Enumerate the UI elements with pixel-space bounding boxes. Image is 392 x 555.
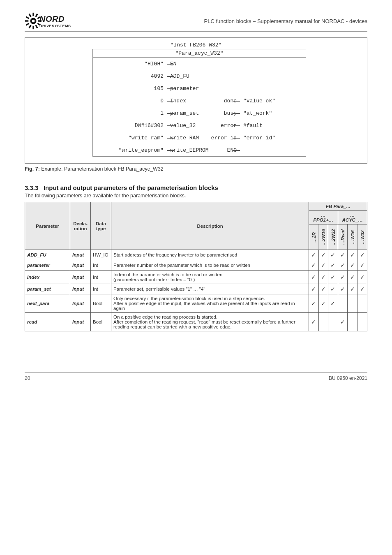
table-cell: ✓ — [328, 284, 338, 294]
table-cell: Input — [70, 313, 91, 331]
fb-instance-name: "Inst_FB206_W32" — [33, 42, 359, 48]
th-sub-2r: …2R — [309, 224, 318, 250]
table-cell: HW_IO — [91, 250, 111, 260]
figure-caption: Fig. 7: Example: Parameterisation block … — [25, 166, 367, 172]
svg-rect-5 — [37, 23, 41, 25]
svg-rect-8 — [28, 25, 31, 28]
table-cell — [357, 294, 367, 313]
th-group-top: FB Para_... — [309, 202, 367, 211]
svg-rect-7 — [32, 26, 34, 29]
fb-out-val: "at_work" — [243, 110, 272, 116]
brand-sub: DRIVESYSTEMS — [39, 24, 71, 28]
table-cell: ✓ — [328, 250, 338, 260]
table-row: parameterInputIntParameter number of the… — [25, 260, 367, 271]
fb-in-val: 4092 — [151, 73, 164, 79]
table-cell: Input — [70, 260, 91, 271]
svg-rect-2 — [35, 14, 38, 17]
table-cell: ✓ — [348, 284, 357, 294]
table-cell: On a positive edge the reading process i… — [111, 313, 309, 331]
table-cell: parameter — [25, 260, 70, 271]
table-cell: ✓ — [338, 271, 348, 284]
table-cell: ADD_FU — [25, 250, 70, 260]
svg-rect-12 — [28, 14, 31, 17]
table-cell: ✓ — [357, 271, 367, 284]
table-cell: Parameter number of the parameter which … — [111, 260, 309, 271]
footer-doc-id: BU 0950 en-2021 — [329, 375, 367, 381]
table-cell: ✓ — [357, 250, 367, 260]
table-cell: param_set — [25, 284, 70, 294]
th-group-acyc: …ACYC_… — [338, 211, 367, 224]
table-cell: Parameter set, permissible values "1" … … — [111, 284, 309, 294]
table-row: ADD_FUInputHW_IOStart address of the fre… — [25, 250, 367, 260]
svg-rect-10 — [25, 20, 28, 21]
fb-in-val: "HIGH" — [144, 61, 164, 67]
fb-out-val: "value_ok" — [243, 98, 275, 104]
table-cell: Bool — [91, 313, 111, 331]
fb-out-val: #fault — [243, 123, 263, 129]
th-sub-read: …Read — [338, 224, 348, 250]
table-cell: Input — [70, 271, 91, 284]
table-cell: ✓ — [318, 260, 328, 271]
th-sub-w32: …W32 — [357, 224, 367, 250]
table-cell: ✓ — [318, 284, 328, 294]
table-cell: Start address of the frequency inverter … — [111, 250, 309, 260]
table-cell: Int — [91, 271, 111, 284]
fb-type-name: "Para_acyc_W32" — [93, 49, 306, 58]
table-cell: Int — [91, 260, 111, 271]
svg-point-13 — [32, 20, 35, 23]
table-cell: read — [25, 313, 70, 331]
fb-in-val: 105 — [154, 86, 164, 92]
section-description: The following parameters are available f… — [25, 193, 367, 199]
table-cell — [328, 313, 338, 331]
table-cell: next_para — [25, 294, 70, 313]
th-declaration: Decla- ration — [70, 202, 91, 250]
th-sub-2w32: …2W32 — [328, 224, 338, 250]
th-parameter: Parameter — [25, 202, 70, 250]
table-cell: Input — [70, 284, 91, 294]
th-description: Description — [111, 202, 309, 250]
figure-label: Fig. 7: — [25, 166, 40, 172]
table-cell: ✓ — [328, 260, 338, 271]
fb-in-val: DW#16#302 — [135, 123, 164, 129]
table-cell: Input — [70, 294, 91, 313]
header-doc-title: PLC function blocks – Supplementary manu… — [204, 18, 367, 24]
svg-rect-9 — [26, 23, 30, 25]
fb-in-val: 0 — [160, 98, 164, 104]
table-cell: ✓ — [318, 294, 328, 313]
table-cell — [318, 313, 328, 331]
table-row: IndexInputIntIndex of the parameter whic… — [25, 271, 367, 284]
table-cell: ✓ — [309, 313, 318, 331]
svg-rect-11 — [26, 16, 30, 19]
brand-logo: NORD DRIVESYSTEMS — [25, 12, 71, 30]
svg-rect-1 — [32, 13, 34, 16]
table-cell: Int — [91, 284, 111, 294]
section-title: Input and output parameters of the param… — [44, 184, 218, 191]
th-datatype: Data type — [91, 202, 111, 250]
th-sub-2w16: …2W16 — [318, 224, 328, 250]
table-cell: Index — [25, 271, 70, 284]
th-sub-w16: …W16 — [348, 224, 357, 250]
page-footer: 20 BU 0950 en-2021 — [25, 372, 367, 381]
table-cell — [357, 313, 367, 331]
svg-rect-4 — [38, 20, 42, 21]
table-cell: ✓ — [348, 260, 357, 271]
table-cell: Input — [70, 250, 91, 260]
fb-in-val: "write_eeprom" — [119, 147, 164, 153]
fb-in-val: 1 — [160, 110, 164, 116]
table-cell — [338, 294, 348, 313]
fb-in-val: "write_ram" — [128, 135, 164, 141]
table-cell: ✓ — [309, 294, 318, 313]
table-cell: ✓ — [348, 250, 357, 260]
svg-rect-3 — [37, 16, 41, 19]
table-cell: ✓ — [357, 284, 367, 294]
table-cell: ✓ — [338, 250, 348, 260]
table-cell: Index of the parameter which is to be re… — [111, 271, 309, 284]
table-cell: ✓ — [318, 271, 328, 284]
table-cell: ✓ — [309, 284, 318, 294]
table-cell: ✓ — [328, 294, 338, 313]
table-cell: Only necessary if the parameterisation b… — [111, 294, 309, 313]
table-cell — [348, 313, 357, 331]
table-cell: ✓ — [357, 260, 367, 271]
table-row: param_setInputIntParameter set, permissi… — [25, 284, 367, 294]
svg-rect-6 — [35, 25, 38, 28]
